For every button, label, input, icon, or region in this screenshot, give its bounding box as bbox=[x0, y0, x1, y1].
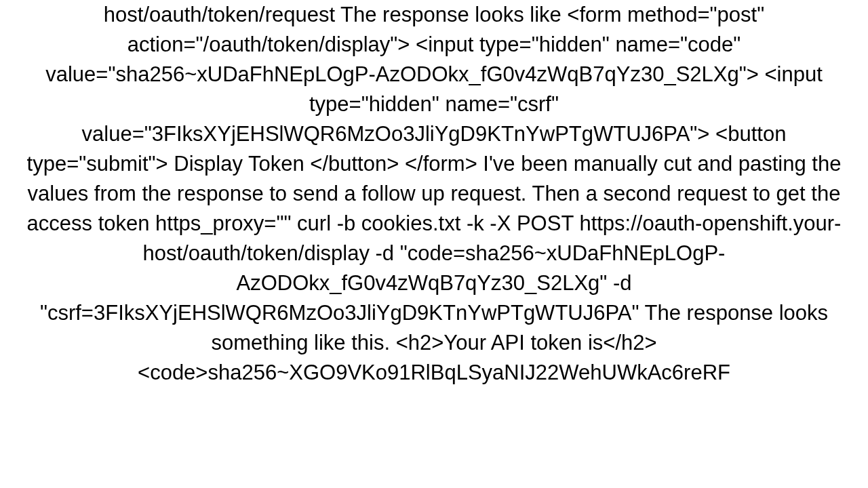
document-body: host/oauth/token/request The response lo… bbox=[0, 0, 868, 388]
body-text: host/oauth/token/request The response lo… bbox=[27, 3, 842, 384]
